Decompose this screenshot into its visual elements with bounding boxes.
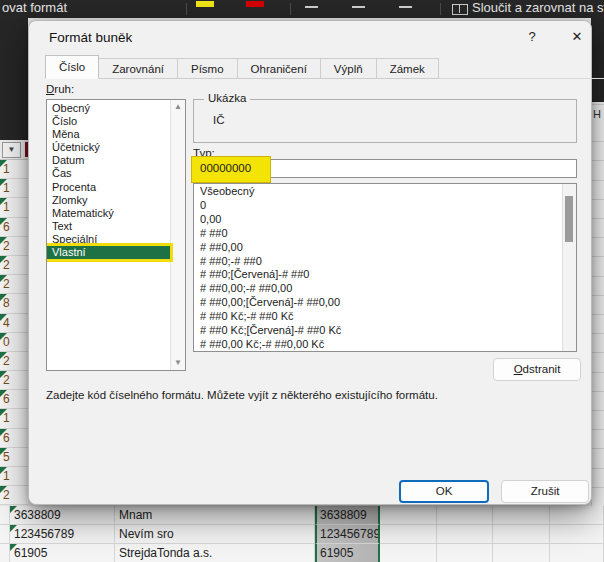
help-icon[interactable]: ? [521, 27, 543, 47]
empty-cell[interactable] [493, 544, 550, 562]
cell-selected-ico[interactable]: 3638809 [315, 506, 380, 525]
cut-cell[interactable]: 1 [0, 160, 28, 179]
cut-cell[interactable]: 1 [0, 467, 28, 486]
category-item[interactable]: Obecný [47, 102, 170, 115]
sample-groupbox: Ukázka IČ [193, 99, 577, 143]
category-item[interactable]: Procenta [47, 181, 170, 194]
type-input[interactable]: 00000000 [193, 159, 577, 178]
category-item[interactable]: Text [47, 220, 170, 233]
cell-ico-number[interactable]: 61905 [10, 544, 115, 562]
cut-cell[interactable]: 1 [0, 198, 28, 217]
empty-cell[interactable] [437, 544, 494, 562]
merge-center-label[interactable]: Sloučit a zarovnat na stře [472, 0, 604, 15]
empty-cell[interactable] [550, 544, 604, 562]
close-icon[interactable]: ✕ [565, 27, 589, 47]
category-item[interactable]: Matematický [47, 207, 170, 220]
empty-cell[interactable] [550, 506, 604, 525]
format-code-item[interactable]: # ##0 [194, 227, 563, 241]
cut-cell[interactable]: 6 [0, 218, 28, 237]
cut-cell[interactable]: 8 [0, 294, 28, 313]
empty-cell[interactable] [380, 525, 437, 544]
autofilter-dropdown-icon[interactable]: ▼ [2, 142, 21, 158]
scrollbar-thumb[interactable] [565, 196, 573, 242]
format-code-item[interactable]: # ##0 Kč;[Červená]-# ##0 Kč [194, 324, 563, 338]
category-item[interactable]: Speciální [47, 233, 170, 246]
ribbon-format-label[interactable]: ovat formát [2, 0, 67, 15]
highlight-color-icon[interactable] [196, 1, 214, 7]
cut-cell[interactable] [0, 506, 10, 525]
cell-company-name[interactable]: StrejdaTonda a.s. [115, 544, 315, 562]
tab[interactable]: Výplň [321, 58, 377, 79]
header-filter-cell: ▼ [0, 140, 28, 160]
format-code-item[interactable]: 0 [194, 199, 563, 213]
format-code-item[interactable]: # ##0 Kč;-# ##0 Kč [194, 310, 563, 324]
cut-cell[interactable]: 2 [0, 352, 28, 371]
cell-selected-ico[interactable]: 61905 [315, 544, 380, 562]
scrollbar[interactable]: ▲ ▼ [170, 100, 185, 370]
format-code-item[interactable]: # ##0,00 Kč;-# ##0,00 Kč [194, 338, 563, 352]
align-top-icon[interactable] [305, 6, 318, 8]
cut-cell[interactable]: 5 [0, 448, 28, 467]
cut-cell[interactable]: 6 [0, 390, 28, 409]
sample-label: Ukázka [204, 92, 250, 104]
format-code-item[interactable]: # ##0,00;[Červená]-# ##0,00 [194, 296, 563, 310]
tab[interactable]: Písmo [178, 58, 238, 79]
cell-ico-number[interactable]: 123456789 [10, 525, 115, 544]
delete-button[interactable]: Odstranit [493, 358, 581, 381]
cut-cell[interactable]: 1 [0, 179, 28, 198]
error-triangle-icon [0, 429, 7, 436]
format-items: Všeobecný 0 0,00 # ##0 # ##0,00 # ##0;-#… [194, 185, 563, 352]
cancel-button[interactable]: Zrušit [501, 480, 589, 503]
cut-cell[interactable]: 2 [0, 275, 28, 294]
empty-cell[interactable] [493, 525, 550, 544]
category-item[interactable]: Vlastní [47, 246, 170, 259]
cut-cell[interactable] [0, 525, 10, 544]
empty-cell[interactable] [437, 506, 494, 525]
category-item[interactable]: Datum [47, 154, 170, 167]
merge-center-icon[interactable] [452, 4, 468, 15]
category-item[interactable]: Čas [47, 167, 170, 180]
cell-company-name[interactable]: Mnam [115, 506, 315, 525]
scroll-down-icon[interactable]: ▼ [171, 356, 185, 370]
empty-cell[interactable] [437, 525, 494, 544]
cut-cell[interactable]: 1 [0, 409, 28, 428]
error-triangle-icon [0, 352, 7, 359]
tab[interactable]: Ohraničení [238, 58, 321, 79]
scrollbar[interactable] [562, 184, 576, 351]
empty-cell[interactable] [550, 525, 604, 544]
format-code-item[interactable]: 0,00 [194, 213, 563, 227]
empty-cell[interactable] [380, 544, 437, 562]
format-code-item[interactable]: # ##0;-# ##0 [194, 255, 563, 269]
cut-cell[interactable]: 0 [0, 333, 28, 352]
ok-button[interactable]: OK [399, 480, 489, 503]
tab[interactable]: Zarovnání [99, 58, 178, 79]
column-header-h[interactable]: H [593, 108, 601, 120]
format-code-item[interactable]: # ##0,00;-# ##0,00 [194, 282, 563, 296]
cut-cell[interactable]: 2 [0, 486, 28, 505]
format-code-item[interactable]: # ##0,00 [194, 241, 563, 255]
align-middle-icon[interactable] [352, 6, 365, 8]
category-item[interactable]: Účetnický [47, 141, 170, 154]
cut-cell[interactable]: 6 [0, 429, 28, 448]
cut-cell[interactable]: 2 [0, 237, 28, 256]
format-code-item[interactable]: # ##0;[Červená]-# ##0 [194, 268, 563, 282]
cut-cell[interactable] [0, 544, 10, 562]
empty-cell[interactable] [380, 506, 437, 525]
scroll-up-icon[interactable]: ▲ [171, 100, 185, 114]
cell-ico-number[interactable]: 3638809 [10, 506, 115, 525]
format-code-item[interactable]: Všeobecný [194, 185, 563, 199]
cut-cell[interactable]: 4 [0, 314, 28, 333]
worksheet-right-strip: H [591, 18, 604, 562]
font-color-icon[interactable] [246, 1, 264, 7]
cut-cell[interactable]: 2 [0, 256, 28, 275]
cell-company-name[interactable]: Nevím sro [115, 525, 315, 544]
category-item[interactable]: Měna [47, 128, 170, 141]
cut-cell[interactable]: 2 [0, 371, 28, 390]
category-item[interactable]: Zlomky [47, 194, 170, 207]
empty-cell[interactable] [493, 506, 550, 525]
tab[interactable]: Zámek [377, 58, 439, 79]
tab[interactable]: Číslo [45, 55, 99, 79]
align-bottom-icon[interactable] [399, 6, 412, 8]
cell-selected-ico[interactable]: 123456789 [315, 525, 380, 544]
category-item[interactable]: Číslo [47, 115, 170, 128]
